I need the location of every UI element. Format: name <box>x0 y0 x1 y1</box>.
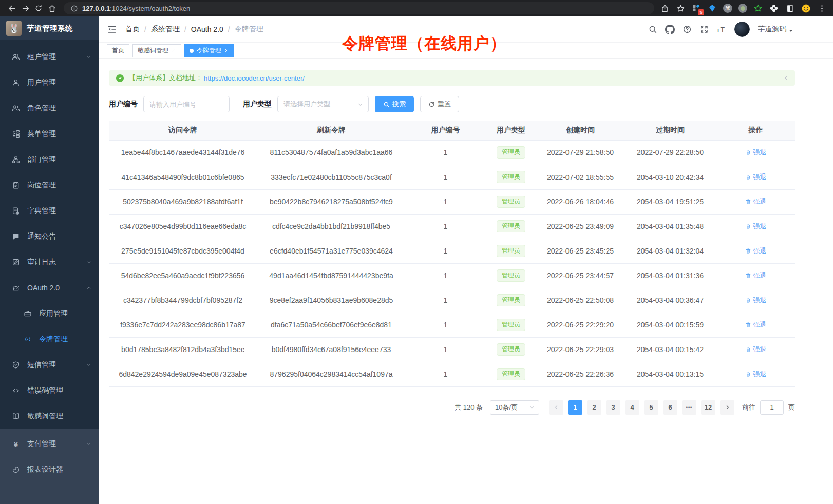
breadcrumb-item-1[interactable]: 系统管理 <box>151 25 180 34</box>
pinwheel-icon[interactable] <box>769 3 779 13</box>
sidebar-item-oauth2[interactable]: OAuth 2.0 <box>0 275 99 301</box>
sidebar-item-tenant[interactable]: 租户管理 <box>0 44 99 70</box>
expires-cell: 2054-03-04 19:51:25 <box>624 189 716 214</box>
page-more-button[interactable]: ••• <box>682 400 696 415</box>
tab-close-icon[interactable] <box>172 48 176 53</box>
gem-icon[interactable] <box>707 3 717 13</box>
created-cell: 2022-07-02 18:55:55 <box>537 165 624 189</box>
tab-close-icon[interactable] <box>224 48 229 53</box>
logo[interactable]: 🐰 芋道管理系统 <box>0 16 99 40</box>
address-bar[interactable]: 127.0.0.1:1024/system/oauth2/token <box>64 2 654 14</box>
sidebar-item-error-code[interactable]: 错误码管理 <box>0 378 99 403</box>
reload-icon[interactable] <box>32 2 45 15</box>
sidebar-item-oauth2-app[interactable]: 应用管理 <box>0 301 99 326</box>
reset-button[interactable]: 重置 <box>420 96 459 112</box>
fullscreen-icon[interactable] <box>699 25 709 34</box>
collapse-sidebar-icon[interactable] <box>107 24 117 34</box>
home-icon[interactable] <box>45 2 59 15</box>
force-logout-button[interactable]: 强退 <box>745 172 767 182</box>
emoji-icon[interactable] <box>801 3 811 13</box>
github-icon[interactable] <box>665 25 675 34</box>
command-icon[interactable]: ⌘ <box>723 4 732 13</box>
doc-link[interactable]: https://doc.iocoder.cn/user-center/ <box>204 74 305 82</box>
sidebar-item-oauth2-token[interactable]: 令牌管理 <box>0 326 99 352</box>
avatar[interactable] <box>734 22 750 37</box>
force-logout-button[interactable]: 强退 <box>745 320 767 329</box>
force-logout-button[interactable]: 强退 <box>745 296 767 305</box>
page-button-2[interactable]: 2 <box>587 400 601 415</box>
trash-icon <box>745 149 751 156</box>
page-size-select[interactable]: 10条/页 <box>490 400 539 415</box>
breadcrumb-separator: / <box>228 25 230 33</box>
info-icon[interactable] <box>70 4 78 12</box>
goto-page-input[interactable] <box>760 400 784 415</box>
share-icon[interactable] <box>659 3 670 13</box>
page-button-12[interactable]: 12 <box>701 400 715 415</box>
tab-敏感词管理[interactable]: 敏感词管理 <box>132 44 181 57</box>
sidebar-item-sensitive-word[interactable]: 敏感词管理 <box>0 403 99 429</box>
sidebar-item-post[interactable]: 岗位管理 <box>0 172 99 198</box>
alert-close-icon[interactable] <box>782 75 788 81</box>
force-logout-button[interactable]: 强退 <box>745 222 767 231</box>
page-button-4[interactable]: 4 <box>625 400 639 415</box>
sidebar-item-dict[interactable]: 字典管理 <box>0 198 99 224</box>
trash-icon <box>745 273 751 279</box>
access-token-cell: 1ea5e44f8bc1467aaede43144f31de76 <box>109 140 257 165</box>
sidebar-item-user[interactable]: 用户管理 <box>0 70 99 95</box>
help-icon[interactable] <box>683 25 692 34</box>
force-logout-button[interactable]: 强退 <box>745 271 767 280</box>
page-button-5[interactable]: 5 <box>644 400 658 415</box>
back-icon[interactable] <box>5 2 18 15</box>
sidebar-item-audit-log[interactable]: 审计日志 <box>0 249 99 275</box>
dict-icon <box>11 207 21 215</box>
menu-dots-icon[interactable] <box>817 3 827 13</box>
table-row: 41c41346a548490f9dc8b01c6bfe0865333ecfc7… <box>109 165 795 189</box>
expires-cell: 2054-03-04 00:36:47 <box>624 288 716 313</box>
page-button-6[interactable]: 6 <box>663 400 677 415</box>
refresh-token-cell: 8796295f04064c2983414cc54af1097a <box>257 362 406 386</box>
star-icon[interactable] <box>675 3 686 13</box>
column-header: 操作 <box>716 121 795 140</box>
user-id-input[interactable] <box>143 96 230 112</box>
tree-icon <box>11 130 21 138</box>
breadcrumb-item-0[interactable]: 首页 <box>125 25 140 34</box>
goto-suffix: 页 <box>788 403 795 412</box>
sidebar-item-report-designer[interactable]: 报表设计器 <box>0 457 99 482</box>
green-star-icon[interactable] <box>753 3 763 13</box>
next-page-button[interactable] <box>720 400 734 415</box>
admin-badge: 管理员 <box>497 294 525 306</box>
force-logout-button[interactable]: 强退 <box>745 370 767 379</box>
search-icon[interactable] <box>648 25 657 34</box>
force-logout-button[interactable]: 强退 <box>745 345 767 354</box>
action-cell: 强退 <box>716 263 795 288</box>
sidebar-item-role[interactable]: 角色管理 <box>0 95 99 121</box>
recorder-icon[interactable] <box>738 4 747 13</box>
prev-page-button[interactable] <box>549 400 563 415</box>
table-row: f9336e7c7dd242a283ee98dc86b17a87dfa6c71a… <box>109 313 795 337</box>
tab-令牌管理[interactable]: 令牌管理 <box>184 44 234 57</box>
force-logout-button[interactable]: 强退 <box>745 197 767 206</box>
search-button[interactable]: 搜索 <box>375 96 414 112</box>
sidebar-item-sms[interactable]: 短信管理 <box>0 352 99 378</box>
sidebar-item-pay[interactable]: ¥支付管理 <box>0 431 99 457</box>
chevron-down-icon <box>528 404 535 411</box>
sidebar-item-menu[interactable]: 菜单管理 <box>0 121 99 147</box>
user-id-cell: 1 <box>406 337 485 362</box>
extensions-icon[interactable]: 9 <box>691 3 702 13</box>
tab-首页[interactable]: 首页 <box>107 44 129 57</box>
force-logout-button[interactable]: 强退 <box>745 246 767 256</box>
expires-cell: 2054-03-04 01:31:36 <box>624 263 716 288</box>
page-button-3[interactable]: 3 <box>606 400 620 415</box>
sidebar-item-notice[interactable]: 通知公告 <box>0 224 99 249</box>
table-body: 1ea5e44f8bc1467aaede43144f31de76811c5304… <box>109 140 795 386</box>
user-menu[interactable]: 芋道源码 <box>758 25 794 34</box>
user-type-select[interactable]: 请选择用户类型 <box>277 96 369 112</box>
force-logout-button[interactable]: 强退 <box>745 148 767 157</box>
breadcrumb-item-2[interactable]: OAuth 2.0 <box>191 25 223 33</box>
page-button-1[interactable]: 1 <box>568 400 582 415</box>
split-window-icon[interactable] <box>785 3 795 13</box>
admin-badge: 管理员 <box>497 146 525 159</box>
forward-icon[interactable] <box>18 2 32 15</box>
font-size-icon[interactable]: TT <box>716 24 727 34</box>
sidebar-item-dept[interactable]: 部门管理 <box>0 147 99 172</box>
